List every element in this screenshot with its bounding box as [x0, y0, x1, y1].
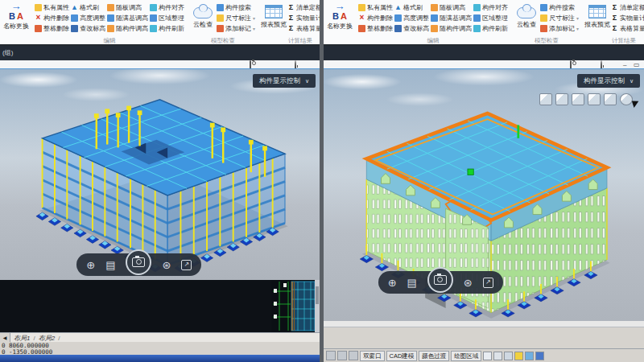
quantity-calc-button[interactable]: Σ实物量计算▾ — [611, 13, 644, 23]
restore-icon[interactable]: ▭ — [634, 61, 640, 68]
mouse-cursor — [632, 99, 640, 108]
refresh-member-button[interactable]: 构件刷新 — [473, 23, 508, 34]
add-mark-button[interactable]: 添加标记▾ — [540, 23, 579, 34]
table-quantity-button[interactable]: Σ表格算量 — [287, 23, 320, 34]
bill-calc-button[interactable]: Σ清单定额计算▾ — [287, 2, 320, 13]
align-member-button[interactable]: 构件对齐 — [150, 2, 184, 13]
status-toggle-icon[interactable] — [514, 352, 523, 360]
check-elevation-icon — [71, 25, 78, 32]
add-mark-button[interactable]: 添加标记▾ — [217, 23, 255, 34]
cad-modeling-toggle[interactable]: CAD建模 — [386, 351, 418, 361]
format-painter-button[interactable]: ▲格式刷 — [71, 2, 105, 13]
follow-raft-button[interactable]: 随满基调高 — [107, 13, 148, 23]
ribbon-right: → BA 名称更换 私有属性 ×构件删除 整栋删除 ▲格式刷 高度调整 查改标高 — [324, 0, 644, 46]
status-toggle-icon[interactable] — [525, 352, 534, 360]
status-toggle-icon[interactable] — [535, 352, 544, 360]
rename-label: 名称更换 — [3, 22, 29, 31]
command-line-pane[interactable]: 0 8060.000000 0 -1350.000000 — [0, 342, 320, 355]
status-icon[interactable] — [326, 351, 336, 360]
view-cube-icon[interactable] — [588, 93, 601, 105]
dropdown-icon[interactable]: ▾ — [576, 15, 579, 21]
align-member-button[interactable]: 构件对齐 — [473, 2, 508, 13]
dimension-button[interactable]: 尺寸标注▾ — [217, 13, 255, 23]
export-icon[interactable]: ↗ — [181, 260, 192, 270]
chevron-down-icon: ∨ — [305, 74, 309, 88]
private-props-icon — [358, 4, 365, 11]
check-elevation-button[interactable]: 查改标高 — [394, 23, 429, 34]
quantity-calc-button[interactable]: Σ实物量计算▾ — [287, 13, 320, 23]
cloud-check-button[interactable]: 云检查 — [190, 3, 216, 29]
follow-slab-button[interactable]: 随板调高 — [431, 2, 472, 13]
delete-member-button[interactable]: ×构件删除 — [35, 13, 69, 23]
status-toggle-icon[interactable] — [483, 352, 492, 360]
orbit-view-icon[interactable] — [620, 93, 633, 105]
report-preview-button[interactable]: 报表预览 — [261, 3, 287, 29]
viewport-3d-architectural[interactable]: 构件显示控制 ∨ ⊕ ▤ ⊛ ↗ — [324, 68, 644, 321]
delete-building-button[interactable]: 整栋删除 — [358, 23, 393, 34]
structural-model[interactable] — [0, 78, 320, 281]
follow-raft-button[interactable]: 随满基调高 — [431, 13, 472, 23]
report-preview-button[interactable]: 报表预览 — [584, 3, 610, 29]
tab-layout2[interactable]: 布局2 — [35, 334, 58, 343]
dual-window-toggle[interactable]: 双窗口 — [360, 351, 385, 361]
delete-member-button[interactable]: ×构件删除 — [358, 13, 393, 23]
command-history-pane[interactable] — [0, 280, 271, 332]
gear-icon[interactable]: ⊛ — [162, 260, 171, 270]
cloud-check-button[interactable]: 云检查 — [514, 3, 539, 29]
snapshot-button[interactable] — [427, 267, 453, 293]
delete-building-button[interactable]: 整栋删除 — [35, 23, 69, 34]
floors-icon[interactable]: ▤ — [407, 278, 417, 288]
follow-slab-button[interactable]: 随板调高 — [107, 2, 148, 13]
private-props-button[interactable]: 私有属性 — [35, 2, 69, 13]
area-arrange-icon — [150, 14, 157, 22]
member-search-button[interactable]: 构件搜索 — [540, 2, 579, 13]
icon-strip-left — [0, 60, 320, 68]
check-elevation-button[interactable]: 查改标高 — [71, 23, 105, 34]
bill-calc-button[interactable]: Σ清单定额计算▾ — [611, 2, 644, 13]
display-control-button[interactable]: 构件显示控制 ∨ — [577, 74, 640, 88]
snapshot-button[interactable] — [126, 249, 151, 275]
view-cube-icon[interactable] — [539, 93, 552, 105]
viewport-3d-structural[interactable]: 构件显示控制 ∨ ⊕ ▤ ⊛ ↗ — [0, 68, 320, 281]
status-toggle-icon[interactable] — [504, 352, 513, 360]
dimension-button[interactable]: 尺寸标注▾ — [540, 13, 579, 23]
refresh-member-button[interactable]: 构件刷新 — [150, 23, 184, 34]
ruler-icon — [217, 14, 224, 22]
icon-strip-right: – ▭ — [324, 60, 644, 68]
export-icon[interactable]: ↗ — [483, 278, 493, 288]
dropdown-icon[interactable]: ▾ — [576, 26, 579, 31]
globe-icon[interactable]: ⊕ — [388, 278, 397, 288]
minimize-icon[interactable]: – — [623, 61, 626, 68]
follow-member-button[interactable]: 随构件调高 — [431, 23, 472, 34]
private-props-button[interactable]: 私有属性 — [358, 2, 393, 13]
status-icon[interactable] — [349, 351, 358, 360]
draw-area-toggle[interactable]: 绘图区域 — [451, 351, 481, 361]
area-arrange-button[interactable]: 区域整理 — [150, 13, 184, 23]
display-control-button[interactable]: 构件显示控制 ∨ — [253, 74, 316, 88]
height-adjust-button[interactable]: 高度调整 — [394, 13, 429, 23]
rename-tool[interactable]: → BA 名称更换 — [2, 2, 31, 44]
view-cube-icon[interactable] — [604, 93, 617, 105]
view-cube-icon[interactable] — [555, 93, 568, 105]
tab-layout1[interactable]: 布局1 — [10, 334, 33, 343]
follow-member-button[interactable]: 随构件调高 — [107, 23, 148, 34]
status-toggle-icon[interactable] — [493, 352, 502, 360]
selection-handle[interactable] — [468, 169, 473, 175]
dropdown-icon[interactable]: ▾ — [253, 26, 255, 31]
ruler-icon — [540, 14, 547, 22]
format-painter-button[interactable]: ▲格式刷 — [394, 2, 429, 13]
area-arrange-button[interactable]: 区域整理 — [473, 13, 508, 23]
gear-icon[interactable]: ⊛ — [464, 278, 473, 288]
globe-icon[interactable]: ⊕ — [86, 260, 95, 270]
member-search-button[interactable]: 构件搜索 — [217, 2, 255, 13]
dropdown-icon[interactable]: ▾ — [253, 15, 255, 21]
rename-tool[interactable]: → BA 名称更换 — [325, 2, 354, 44]
color-transition-toggle[interactable]: 颜色过渡 — [419, 351, 449, 361]
chevron-down-icon: ∨ — [630, 74, 634, 88]
height-adjust-button[interactable]: 高度调整 — [71, 13, 105, 23]
floors-icon[interactable]: ▤ — [105, 260, 115, 270]
view-cube-icon[interactable] — [572, 93, 584, 105]
plan-view-2d[interactable] — [271, 280, 315, 332]
table-quantity-button[interactable]: Σ表格算量 — [611, 23, 644, 34]
status-icon[interactable] — [337, 351, 347, 360]
